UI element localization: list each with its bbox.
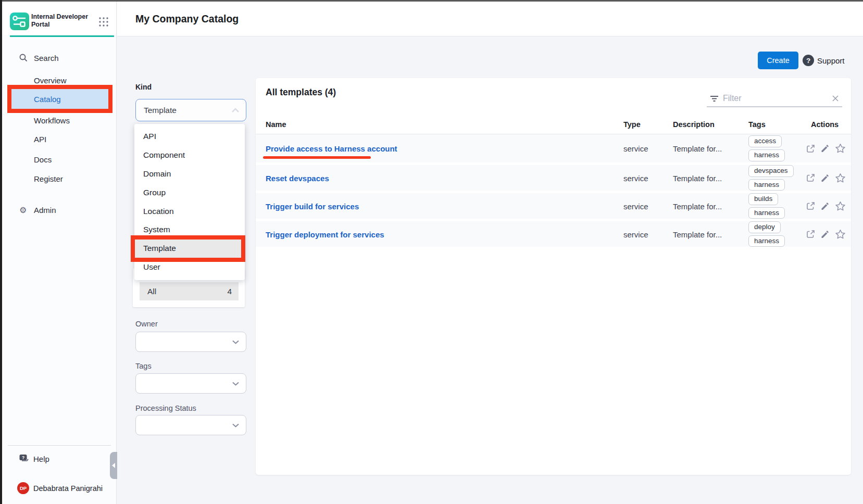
create-button[interactable]: Create	[758, 52, 798, 69]
tag-chip: harness	[748, 207, 785, 219]
count-row-value: 4	[227, 287, 232, 296]
templates-card: All templates (4) Name Type Description …	[256, 78, 851, 475]
kind-option-component[interactable]: Component	[134, 146, 245, 165]
user-avatar[interactable]: DP	[17, 482, 29, 494]
edit-pencil-icon[interactable]	[821, 174, 829, 182]
option-label: Location	[143, 207, 174, 216]
sidebar: Internal Developer Portal Search Overvie…	[2, 2, 117, 504]
column-header-type: Type	[623, 120, 641, 129]
template-type: service	[623, 173, 648, 182]
table-row: Provide access to Harness account servic…	[256, 134, 851, 165]
kind-select-value: Template	[144, 106, 177, 115]
option-label: Group	[143, 188, 166, 197]
chevron-up-icon	[231, 108, 240, 113]
owner-label: Owner	[135, 320, 158, 328]
owner-select[interactable]	[135, 332, 246, 352]
collapse-arrow-icon	[112, 463, 115, 468]
brand-title-line2: Portal	[31, 21, 96, 29]
sidebar-search-label: Search	[34, 54, 59, 62]
tag-chip: harness	[748, 179, 785, 191]
sidebar-item-label: Help	[33, 455, 49, 463]
template-type: service	[623, 201, 648, 210]
tag-chip: devspaces	[748, 165, 794, 177]
window-edge-top	[0, 0, 863, 2]
kind-option-system[interactable]: System	[134, 220, 245, 239]
window-edge-left	[0, 0, 2, 504]
table-filter-input[interactable]	[723, 94, 832, 103]
template-type: service	[623, 230, 648, 238]
clear-filter-icon[interactable]	[832, 95, 839, 102]
sidebar-item-label[interactable]: Catalog	[34, 95, 61, 104]
brand-accent-divider	[10, 35, 114, 37]
table-header-row: Name Type Description Tags Actions	[256, 115, 851, 134]
column-header-tags: Tags	[748, 120, 766, 129]
template-name-link[interactable]: Trigger build for services	[266, 201, 359, 210]
edit-pencil-icon[interactable]	[821, 202, 829, 210]
star-favorite-icon[interactable]	[835, 143, 846, 154]
tag-chip: harness	[748, 235, 785, 247]
tags-select[interactable]	[135, 373, 246, 394]
idp-logo-icon[interactable]	[10, 12, 29, 30]
option-label: Domain	[143, 169, 171, 179]
page-title: My Company Catalog	[135, 13, 239, 25]
template-name-link[interactable]: Reset devspaces	[266, 173, 329, 182]
sidebar-item-api[interactable]: API	[2, 131, 117, 147]
edit-pencil-icon[interactable]	[821, 144, 829, 153]
kind-count-row-all[interactable]: All 4	[140, 282, 239, 300]
sidebar-item-register[interactable]: Register	[2, 171, 117, 186]
tag-chip: builds	[748, 193, 778, 205]
row-actions	[806, 165, 846, 191]
apps-grid-icon[interactable]	[98, 16, 109, 28]
template-tags: buildsharness	[748, 193, 785, 219]
sidebar-header: Internal Developer Portal	[2, 2, 116, 35]
sidebar-item-label: Admin	[34, 206, 56, 215]
sidebar-divider	[8, 445, 111, 446]
support-question-icon[interactable]: ?	[803, 55, 814, 66]
support-link[interactable]: Support	[817, 56, 845, 65]
sidebar-item-help[interactable]: ? Help	[2, 451, 117, 467]
help-chat-icon: ?	[19, 454, 30, 464]
open-external-icon[interactable]	[806, 144, 815, 153]
kind-dropdown-menu: API Component Domain Group Location Syst…	[134, 124, 245, 280]
kind-select[interactable]: Template	[135, 99, 246, 121]
template-tags: deployharness	[748, 221, 785, 247]
create-button-label: Create	[767, 56, 790, 65]
template-description: Template for...	[673, 173, 722, 182]
kind-option-user[interactable]: User	[134, 258, 245, 276]
open-external-icon[interactable]	[806, 173, 815, 182]
edit-pencil-icon[interactable]	[821, 230, 829, 238]
table-filter-control	[707, 91, 842, 107]
star-favorite-icon[interactable]	[835, 229, 846, 240]
filter-lines-icon	[710, 95, 719, 103]
processing-status-select[interactable]	[135, 415, 246, 435]
kind-option-template[interactable]: Template	[134, 239, 245, 258]
sidebar-search[interactable]: Search	[2, 50, 117, 66]
processing-status-label: Processing Status	[135, 404, 196, 412]
template-name-link[interactable]: Provide access to Harness account	[266, 144, 397, 153]
template-description: Template for...	[673, 201, 722, 210]
template-name-link[interactable]: Trigger deployment for services	[266, 230, 384, 238]
sidebar-item-workflows[interactable]: Workflows	[2, 112, 117, 128]
templates-card-title: All templates (4)	[266, 87, 336, 98]
option-label: User	[143, 262, 160, 272]
star-favorite-icon[interactable]	[835, 173, 846, 183]
user-initials: DP	[20, 485, 27, 491]
kind-option-domain[interactable]: Domain	[134, 165, 245, 183]
kind-label: Kind	[135, 83, 152, 91]
sidebar-item-admin[interactable]: ⚙ Admin	[2, 202, 117, 218]
open-external-icon[interactable]	[806, 201, 815, 210]
kind-option-api[interactable]: API	[134, 127, 245, 146]
column-header-description: Description	[673, 120, 715, 129]
template-tags: accessharness	[748, 134, 785, 162]
search-icon	[19, 53, 28, 62]
user-name[interactable]: Debabrata Panigrahi	[33, 484, 103, 493]
tag-chip: access	[748, 135, 782, 147]
sidebar-collapse-handle[interactable]	[110, 452, 117, 479]
option-label: Component	[143, 150, 185, 160]
star-favorite-icon[interactable]	[835, 201, 846, 211]
open-external-icon[interactable]	[806, 230, 815, 238]
kind-option-group[interactable]: Group	[134, 183, 245, 202]
sidebar-item-docs[interactable]: Docs	[2, 152, 117, 167]
kind-option-location[interactable]: Location	[134, 202, 245, 221]
table-row: Reset devspaces service Template for... …	[256, 165, 851, 193]
